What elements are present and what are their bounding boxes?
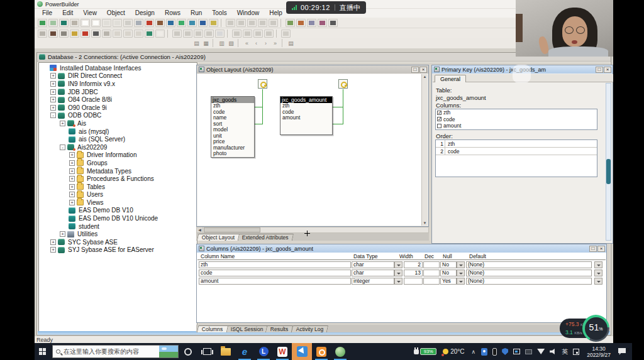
tree-item-ais[interactable]: +Ais	[39, 119, 197, 128]
menu-view[interactable]: View	[78, 9, 102, 18]
data-type-dropdown-icon[interactable]	[394, 270, 402, 276]
disconnect-icon[interactable]	[48, 30, 58, 38]
data-type-cell[interactable]: char	[352, 261, 394, 268]
object-layout-titlebar[interactable]: Object Layout (Ais202209) □×	[197, 65, 428, 74]
tree-item-o84-oracle-8-8i[interactable]: +O84 Oracle 8/8i	[39, 95, 197, 104]
wps-button[interactable]: W	[273, 343, 292, 360]
close-icon[interactable]	[155, 30, 165, 38]
tray-app-icon[interactable]	[525, 349, 532, 354]
close-button[interactable]: ×	[597, 246, 605, 252]
file-explorer-button[interactable]	[216, 343, 235, 360]
data-type-cell[interactable]: integer	[352, 278, 394, 285]
report-icon[interactable]	[113, 19, 122, 27]
zoom-in-icon[interactable]	[134, 30, 143, 38]
expander-icon[interactable]: +	[60, 121, 65, 126]
object-layout-canvas[interactable]: jxc_goodszthcodenamesortmodelunitpricema…	[197, 74, 421, 226]
menu-edit[interactable]: Edit	[57, 9, 78, 18]
column-name-cell[interactable]: amount	[199, 278, 351, 285]
tree-item-ais-sql-server[interactable]: ais (SQL Server)	[39, 135, 197, 143]
expander-icon[interactable]: +	[69, 168, 75, 174]
null-dropdown-icon[interactable]	[457, 278, 465, 285]
tree-item-o90-oracle-9i[interactable]: +O90 Oracle 9i	[39, 104, 197, 112]
maximize-button[interactable]: □	[411, 67, 419, 73]
exit-icon[interactable]	[328, 19, 338, 27]
last-page-icon[interactable]: »	[271, 40, 279, 47]
expander-icon[interactable]: +	[50, 89, 56, 95]
menu-window[interactable]: Window	[232, 9, 265, 18]
tree-item-eas-demo-db-v10[interactable]: EAS Demo DB V10	[39, 207, 197, 215]
tree-item-syc-sybase-ase[interactable]: +SYC Sybase ASE	[39, 238, 197, 246]
cascade-icon[interactable]	[226, 19, 235, 27]
inherit-icon[interactable]	[48, 19, 58, 27]
layer-icon[interactable]	[247, 19, 257, 27]
function-icon[interactable]	[307, 19, 316, 27]
insert-row-icon[interactable]: ▤	[192, 40, 201, 47]
tab-isql-session[interactable]: ISQL Session	[225, 325, 268, 332]
menu-tools[interactable]: Tools	[207, 9, 231, 18]
data-type-dropdown-icon[interactable]	[394, 278, 402, 285]
column-name-cell[interactable]: code	[199, 270, 351, 276]
tree-item-groups[interactable]: +Groups	[39, 159, 197, 167]
redo-icon[interactable]	[243, 30, 252, 38]
table-box-jxc-goods-amount[interactable]: jxc_goods_amountzthcodeamount	[280, 96, 333, 135]
dec-cell[interactable]	[423, 270, 440, 276]
null-dropdown-icon[interactable]	[457, 270, 465, 276]
print-icon[interactable]	[91, 30, 101, 38]
tray-expand-icon[interactable]: ∧	[472, 349, 476, 355]
scroll-down-icon[interactable]: ▼	[423, 221, 427, 225]
dec-cell[interactable]	[423, 278, 440, 285]
menu-file[interactable]: File	[37, 9, 57, 18]
order-row-code[interactable]: 2code	[436, 148, 597, 155]
tree-item-metadata-types[interactable]: +Metadata Types	[39, 167, 197, 175]
data-type-cell[interactable]: char	[352, 270, 394, 276]
expander-icon[interactable]: +	[69, 200, 75, 205]
checkbox-icon[interactable]	[437, 117, 441, 121]
close-button[interactable]: ×	[604, 67, 611, 73]
null-cell[interactable]: No	[440, 261, 457, 268]
table-field-photo[interactable]: photo	[211, 151, 254, 157]
tree-item-eas-demo-db-v10-unicode[interactable]: EAS Demo DB V10 Unicode	[39, 214, 197, 222]
default-cell[interactable]: (None)	[466, 270, 592, 276]
expander-icon[interactable]: -	[50, 112, 56, 118]
save-icon[interactable]	[59, 30, 69, 38]
expander-icon[interactable]: +	[50, 97, 56, 102]
default-cell[interactable]: (None)	[466, 261, 592, 268]
data-type-dropdown-icon[interactable]	[394, 261, 402, 268]
notification-center-icon[interactable]	[618, 348, 626, 355]
column-name-cell[interactable]: zth	[199, 261, 351, 268]
properties-icon[interactable]	[102, 30, 111, 38]
table-box-jxc-goods[interactable]: jxc_goodszthcodenamesortmodelunitpricema…	[211, 96, 255, 158]
print-rows-icon[interactable]: ▤	[287, 40, 295, 47]
volume-icon[interactable]	[550, 349, 557, 354]
debug-icon[interactable]	[155, 19, 165, 27]
checkbox-icon[interactable]	[437, 111, 441, 115]
first-page-icon[interactable]: «	[243, 40, 251, 47]
ie-browser-button[interactable]: e	[235, 343, 254, 360]
tab-results[interactable]: Results	[265, 325, 294, 332]
phone-icon[interactable]	[492, 348, 497, 356]
touch-keyboard-icon[interactable]	[573, 349, 579, 355]
maximize-button[interactable]: □	[589, 246, 597, 252]
run-icon[interactable]	[145, 19, 154, 27]
security-shield-icon[interactable]	[502, 348, 508, 355]
ime-indicator[interactable]: 英	[562, 347, 568, 356]
default-dropdown-icon[interactable]	[594, 278, 602, 285]
temperature[interactable]: 20°C	[450, 348, 464, 355]
default-dropdown-icon[interactable]	[594, 261, 602, 268]
usb-device-icon[interactable]	[481, 348, 487, 356]
new-icon[interactable]	[38, 19, 47, 27]
zoom-icon[interactable]	[123, 30, 133, 38]
window-painter-icon[interactable]	[80, 19, 90, 27]
start-button[interactable]	[35, 343, 51, 360]
menu-design[interactable]: Design	[130, 9, 160, 18]
scroll-left-icon[interactable]: ◀	[197, 227, 203, 232]
primary-key-icon[interactable]	[258, 79, 267, 89]
tree-item-syj-sybase-ase-for-easerver[interactable]: +SYJ Sybase ASE for EAServer	[39, 246, 197, 254]
open-icon[interactable]	[59, 19, 69, 27]
library-painter-icon[interactable]	[187, 19, 197, 27]
expander-icon[interactable]: +	[69, 160, 75, 166]
tab-object-layout[interactable]: Object Layout	[197, 234, 240, 241]
scroll-up-icon[interactable]: ▲	[423, 75, 427, 79]
width-cell[interactable]	[404, 278, 423, 285]
expander-icon[interactable]: +	[69, 184, 75, 190]
